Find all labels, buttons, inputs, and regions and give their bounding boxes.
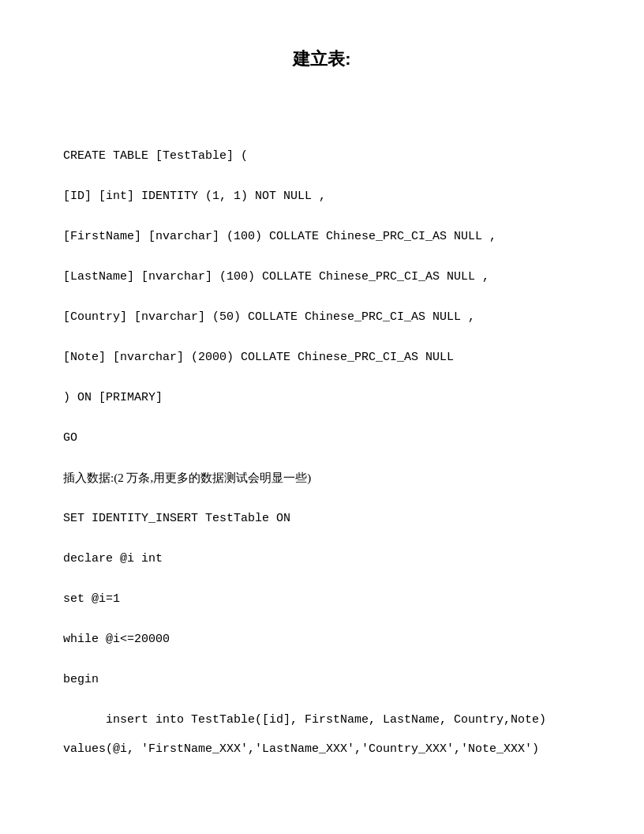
code-line	[63, 456, 581, 466]
code-line	[63, 215, 581, 224]
code-line	[63, 376, 581, 385]
code-line	[63, 336, 581, 345]
code-line	[63, 295, 581, 305]
code-line: CREATE TABLE [TestTable] (	[63, 145, 581, 167]
code-line: declare @i int	[63, 548, 581, 569]
code-line	[63, 416, 581, 426]
code-line	[63, 537, 581, 547]
code-line: begin	[63, 669, 581, 690]
code-line: ) ON [PRIMARY]	[63, 387, 581, 408]
code-line: insert into TestTable([id], FirstName, L…	[63, 709, 581, 731]
page-title: 建立表:	[63, 47, 581, 71]
code-line: [FirstName] [nvarchar] (100) COLLATE Chi…	[63, 226, 581, 247]
code-line: [Country] [nvarchar] (50) COLLATE Chines…	[63, 306, 581, 328]
code-line: [LastName] [nvarchar] (100) COLLATE Chin…	[63, 266, 581, 287]
code-line: 插入数据:(2 万条,用更多的数据测试会明显一些)	[63, 468, 581, 489]
code-line	[63, 618, 581, 627]
code-line: [ID] [int] IDENTITY (1, 1) NOT NULL ,	[63, 186, 581, 207]
code-line: [Note] [nvarchar] (2000) COLLATE Chinese…	[63, 347, 581, 368]
code-line	[63, 577, 581, 587]
code-line	[63, 658, 581, 667]
code-line: GO	[63, 427, 581, 449]
page-container: 建立表: CREATE TABLE [TestTable] ( [ID] [in…	[63, 47, 581, 760]
code-line	[63, 175, 581, 184]
code-line	[63, 497, 581, 506]
code-line	[63, 255, 581, 265]
code-line	[63, 698, 581, 708]
code-block: CREATE TABLE [TestTable] ( [ID] [int] ID…	[63, 103, 581, 760]
code-line: values(@i, 'FirstName_XXX','LastName_XXX…	[63, 738, 581, 760]
code-line: set @i=1	[63, 588, 581, 610]
code-line: while @i<=20000	[63, 629, 581, 650]
code-line: SET IDENTITY_INSERT TestTable ON	[63, 508, 581, 529]
